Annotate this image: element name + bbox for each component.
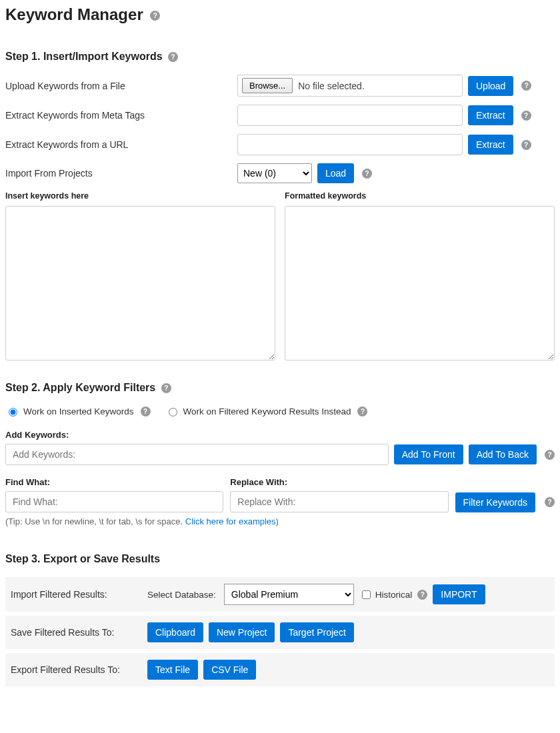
import-results-label: Import Filtered Results:	[11, 589, 147, 600]
text-file-button[interactable]: Text File	[147, 660, 198, 680]
add-to-back-button[interactable]: Add To Back	[469, 444, 537, 464]
meta-input[interactable]	[237, 105, 463, 126]
formatted-keywords-label: Formatted keywords	[285, 191, 555, 201]
save-results-label: Save Filtered Results To:	[11, 627, 147, 638]
page-title-text: Keyword Manager	[5, 5, 143, 23]
load-button[interactable]: Load	[317, 163, 354, 183]
help-icon[interactable]: ?	[545, 450, 555, 460]
step1-heading-text: Step 1. Insert/Import Keywords	[5, 51, 163, 62]
find-input[interactable]	[5, 491, 223, 512]
tip-close: )	[276, 516, 279, 526]
file-selected-text: No file selected.	[298, 81, 365, 91]
clipboard-button[interactable]: Clipboard	[147, 622, 203, 642]
select-db-label: Select Database:	[147, 590, 216, 600]
meta-row: Extract Keywords from Meta Tags Extract …	[5, 105, 555, 126]
radio-filtered[interactable]	[169, 408, 177, 416]
help-icon[interactable]: ?	[357, 406, 367, 416]
keyword-columns: Insert keywords here Formatted keywords	[5, 191, 555, 361]
extract-url-button[interactable]: Extract	[468, 135, 513, 155]
insert-keywords-textarea[interactable]	[5, 206, 275, 361]
upload-label: Upload Keywords from a File	[5, 81, 237, 91]
csv-file-button[interactable]: CSV File	[203, 660, 256, 680]
add-keywords-input[interactable]	[5, 444, 389, 465]
help-icon[interactable]: ?	[150, 11, 160, 21]
tip-text-body: (Tip: Use \n for newline, \t for tab, \s…	[5, 516, 185, 526]
step1-heading: Step 1. Insert/Import Keywords ?	[5, 51, 555, 63]
replace-input[interactable]	[230, 491, 448, 512]
url-label: Extract Keywords from a URL	[5, 139, 237, 150]
radio-inserted[interactable]	[9, 408, 17, 416]
formatted-keywords-textarea[interactable]	[285, 206, 555, 361]
help-icon[interactable]: ?	[141, 406, 151, 416]
find-label: Find What:	[5, 477, 223, 487]
help-icon[interactable]: ?	[545, 497, 555, 507]
find-replace-row: Find What: Replace With: Filter Keywords…	[5, 477, 555, 512]
add-keywords-label: Add Keywords:	[5, 430, 555, 440]
help-icon[interactable]: ?	[168, 52, 178, 62]
replace-label: Replace With:	[230, 477, 448, 487]
import-button[interactable]: IMPORT	[433, 584, 485, 604]
upload-row: Upload Keywords from a File Browse... No…	[5, 75, 555, 97]
filter-keywords-button[interactable]: Filter Keywords	[455, 492, 535, 512]
radio-inserted-label[interactable]: Work on Inserted Keywords ?	[5, 406, 151, 416]
upload-button[interactable]: Upload	[468, 76, 513, 96]
projects-select[interactable]: New (0)	[237, 163, 312, 183]
help-icon[interactable]: ?	[417, 590, 427, 600]
new-project-button[interactable]: New Project	[209, 622, 275, 642]
radio-inserted-text: Work on Inserted Keywords	[23, 406, 134, 416]
target-project-button[interactable]: Target Project	[280, 622, 353, 642]
tip-examples-link[interactable]: Click here for examples	[185, 516, 276, 526]
help-icon[interactable]: ?	[521, 140, 531, 150]
step2-heading: Step 2. Apply Keyword Filters ?	[5, 382, 555, 394]
url-input[interactable]	[237, 134, 463, 155]
export-results-label: Export Filtered Results To:	[11, 664, 147, 675]
database-select[interactable]: Global Premium	[224, 584, 354, 605]
projects-row: Import From Projects New (0) Load ?	[5, 163, 555, 183]
add-to-front-button[interactable]: Add To Front	[394, 444, 463, 464]
tip-text: (Tip: Use \n for newline, \t for tab, \s…	[5, 516, 555, 526]
step3-section: Step 3. Export or Save Results Import Fi…	[5, 553, 555, 686]
page-title: Keyword Manager ?	[5, 5, 555, 24]
step2-section: Step 2. Apply Keyword Filters ? Work on …	[5, 382, 555, 526]
save-results-row: Save Filtered Results To: Clipboard New …	[5, 616, 555, 649]
help-icon[interactable]: ?	[521, 111, 531, 121]
historical-checkbox[interactable]	[362, 590, 371, 599]
historical-label[interactable]: Historical ?	[359, 588, 428, 601]
step1-section: Step 1. Insert/Import Keywords ? Upload …	[5, 51, 555, 361]
projects-label: Import From Projects	[5, 168, 237, 179]
meta-label: Extract Keywords from Meta Tags	[5, 110, 237, 121]
extract-meta-button[interactable]: Extract	[468, 105, 513, 125]
radio-filtered-text: Work on Filtered Keyword Results Instead	[183, 406, 351, 416]
import-results-row: Import Filtered Results: Select Database…	[5, 577, 555, 612]
radio-filtered-label[interactable]: Work on Filtered Keyword Results Instead…	[165, 406, 368, 416]
step3-heading: Step 3. Export or Save Results	[5, 553, 555, 565]
help-icon[interactable]: ?	[521, 81, 531, 91]
filter-source-radios: Work on Inserted Keywords ? Work on Filt…	[5, 406, 555, 416]
help-icon[interactable]: ?	[362, 169, 372, 179]
browse-button[interactable]: Browse...	[242, 78, 293, 93]
help-icon[interactable]: ?	[161, 383, 171, 393]
step2-heading-text: Step 2. Apply Keyword Filters	[5, 382, 155, 393]
historical-text: Historical	[375, 590, 413, 600]
file-input[interactable]: Browse... No file selected.	[237, 75, 463, 97]
export-results-row: Export Filtered Results To: Text File CS…	[5, 653, 555, 686]
url-row: Extract Keywords from a URL Extract ?	[5, 134, 555, 155]
insert-keywords-label: Insert keywords here	[5, 191, 275, 201]
